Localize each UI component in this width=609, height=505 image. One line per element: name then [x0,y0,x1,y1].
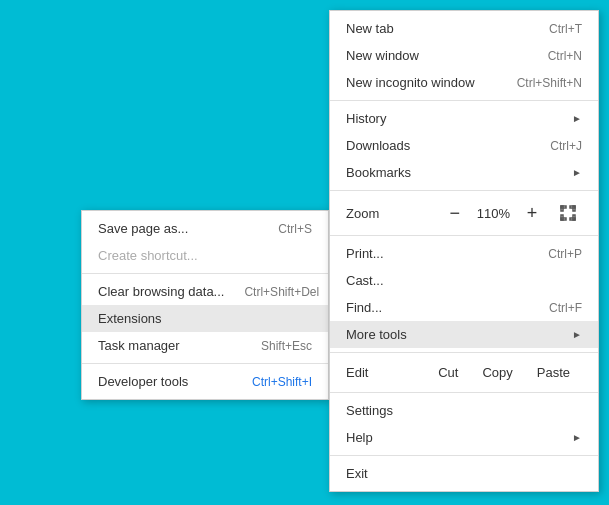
main-divider-4 [330,352,598,353]
help-label: Help [346,430,564,445]
main-menu: New tab Ctrl+T New window Ctrl+N New inc… [329,10,599,492]
downloads-label: Downloads [346,138,530,153]
developer-tools-item[interactable]: Developer tools Ctrl+Shift+I [82,368,328,395]
find-item[interactable]: Find... Ctrl+F [330,294,598,321]
main-divider-5 [330,392,598,393]
new-window-label: New window [346,48,528,63]
print-item[interactable]: Print... Ctrl+P [330,240,598,267]
save-page-label: Save page as... [98,221,258,236]
new-incognito-shortcut: Ctrl+Shift+N [517,76,582,90]
developer-tools-shortcut: Ctrl+Shift+I [252,375,312,389]
save-page-item[interactable]: Save page as... Ctrl+S [82,215,328,242]
bookmarks-arrow: ► [572,167,582,178]
main-divider-6 [330,455,598,456]
bookmarks-label: Bookmarks [346,165,564,180]
help-item[interactable]: Help ► [330,424,598,451]
zoom-value: 110% [469,206,518,221]
history-item[interactable]: History ► [330,105,598,132]
new-tab-label: New tab [346,21,529,36]
history-arrow: ► [572,113,582,124]
zoom-fullscreen-button[interactable] [554,199,582,227]
history-label: History [346,111,564,126]
new-tab-shortcut: Ctrl+T [549,22,582,36]
task-manager-shortcut: Shift+Esc [261,339,312,353]
exit-item[interactable]: Exit [330,460,598,487]
print-label: Print... [346,246,528,261]
cut-button[interactable]: Cut [426,361,470,384]
create-shortcut-item[interactable]: Create shortcut... [82,242,328,269]
settings-item[interactable]: Settings [330,397,598,424]
copy-button[interactable]: Copy [470,361,524,384]
new-window-shortcut: Ctrl+N [548,49,582,63]
new-window-item[interactable]: New window Ctrl+N [330,42,598,69]
zoom-label: Zoom [346,206,441,221]
more-tools-label: More tools [346,327,564,342]
task-manager-label: Task manager [98,338,241,353]
extensions-label: Extensions [98,311,312,326]
zoom-minus-button[interactable]: − [441,199,469,227]
clear-browsing-item[interactable]: Clear browsing data... Ctrl+Shift+Del [82,278,328,305]
downloads-item[interactable]: Downloads Ctrl+J [330,132,598,159]
bookmarks-item[interactable]: Bookmarks ► [330,159,598,186]
main-divider-2 [330,190,598,191]
cast-item[interactable]: Cast... [330,267,598,294]
exit-label: Exit [346,466,582,481]
clear-browsing-shortcut: Ctrl+Shift+Del [244,285,319,299]
main-divider-1 [330,100,598,101]
menu-container: Save page as... Ctrl+S Create shortcut..… [81,10,599,492]
zoom-row: Zoom − 110% + [330,195,598,231]
find-label: Find... [346,300,529,315]
create-shortcut-label: Create shortcut... [98,248,312,263]
new-incognito-item[interactable]: New incognito window Ctrl+Shift+N [330,69,598,96]
edit-label: Edit [346,365,426,380]
paste-button[interactable]: Paste [525,361,582,384]
task-manager-item[interactable]: Task manager Shift+Esc [82,332,328,359]
save-page-shortcut: Ctrl+S [278,222,312,236]
fullscreen-icon [560,205,576,221]
submenu-divider-2 [82,363,328,364]
downloads-shortcut: Ctrl+J [550,139,582,153]
zoom-plus-button[interactable]: + [518,199,546,227]
more-tools-submenu: Save page as... Ctrl+S Create shortcut..… [81,210,329,400]
more-tools-item[interactable]: More tools ► [330,321,598,348]
main-divider-3 [330,235,598,236]
extensions-item[interactable]: Extensions [82,305,328,332]
new-incognito-label: New incognito window [346,75,497,90]
settings-label: Settings [346,403,582,418]
edit-row: Edit Cut Copy Paste [330,357,598,388]
more-tools-arrow: ► [572,329,582,340]
clear-browsing-label: Clear browsing data... [98,284,224,299]
cast-label: Cast... [346,273,582,288]
submenu-divider-1 [82,273,328,274]
new-tab-item[interactable]: New tab Ctrl+T [330,15,598,42]
print-shortcut: Ctrl+P [548,247,582,261]
find-shortcut: Ctrl+F [549,301,582,315]
help-arrow: ► [572,432,582,443]
developer-tools-label: Developer tools [98,374,232,389]
